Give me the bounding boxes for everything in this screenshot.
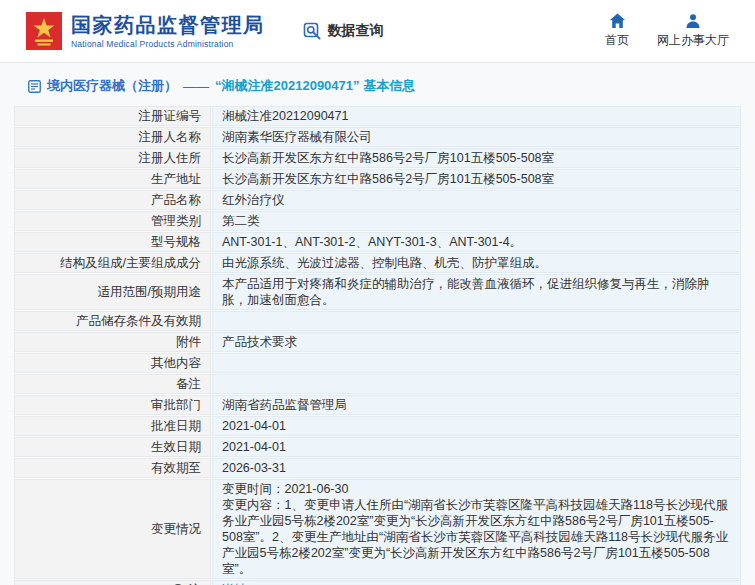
data-query-icon <box>303 22 322 41</box>
row-label: 批准日期 <box>14 416 211 436</box>
row-value: 红外治疗仪 <box>212 190 741 210</box>
agency-logo: 国家药品监督管理局 National Medical Products Admi… <box>26 12 265 50</box>
header: 国家药品监督管理局 National Medical Products Admi… <box>0 0 755 62</box>
row-value: 变更时间：2021-06-30 变更内容：1、变更申请人住所由“湖南省长沙市芙蓉… <box>212 479 741 579</box>
row-value-text: 由光源系统、光波过滤器、控制电路、机壳、防护罩组成。 <box>222 255 547 271</box>
row-label: 注册人名称 <box>14 127 211 147</box>
table-row: 审批部门湖南省药品监督管理局 <box>14 395 741 415</box>
row-value: 第二类 <box>212 211 741 231</box>
row-label: 适用范围/预期用途 <box>14 274 211 310</box>
table-row: 注册人住所长沙高新开发区东方红中路586号2号厂房101五楼505-508室 <box>14 148 741 168</box>
row-value: 湖南省药品监督管理局 <box>212 395 741 415</box>
row-label: 型号规格 <box>14 232 211 252</box>
row-value-text: 长沙高新开发区东方红中路586号2号厂房101五楼505-508室 <box>222 171 554 187</box>
agency-titles: 国家药品监督管理局 National Medical Products Admi… <box>71 13 265 49</box>
row-value: 2021-04-01 <box>212 416 741 436</box>
data-query-tab[interactable]: 数据查询 <box>303 22 384 41</box>
row-label: 生效日期 <box>14 437 211 457</box>
table-row: 附件产品技术要求 <box>14 332 741 352</box>
row-label: 产品名称 <box>14 190 211 210</box>
table-row: 注详情 <box>14 580 741 585</box>
table-row: 产品名称红外治疗仪 <box>14 190 741 210</box>
row-label: 注册人住所 <box>14 148 211 168</box>
row-label: 生产地址 <box>14 169 211 189</box>
row-label: 注册证编号 <box>14 106 211 126</box>
row-label: 结构及组成/主要组成成分 <box>14 253 211 273</box>
table-row: 管理类别第二类 <box>14 211 741 231</box>
row-label: 管理类别 <box>14 211 211 231</box>
user-icon <box>685 13 701 29</box>
table-row: 注册证编号湘械注准20212090471 <box>14 106 741 126</box>
row-label: 产品储存条件及有效期 <box>14 311 211 331</box>
row-value-text: 变更时间：2021-06-30 变更内容：1、变更申请人住所由“湖南省长沙市芙蓉… <box>222 481 731 577</box>
row-value-text: 2021-04-01 <box>222 418 286 434</box>
row-value: 产品技术要求 <box>212 332 741 352</box>
table-row: 备注 <box>14 374 741 394</box>
document-icon <box>28 80 41 93</box>
table-row: 产品储存条件及有效期 <box>14 311 741 331</box>
row-label: 变更情况 <box>14 479 211 579</box>
nav-home-label: 首页 <box>605 32 629 49</box>
table-row: 批准日期2021-04-01 <box>14 416 741 436</box>
agency-name-en: National Medical Products Administration <box>71 39 265 49</box>
national-emblem-icon <box>26 12 62 50</box>
row-label: 附件 <box>14 332 211 352</box>
table-row: 其他内容 <box>14 353 741 373</box>
table-row: 注册人名称湖南素华医疗器械有限公司 <box>14 127 741 147</box>
row-label: 注 <box>14 580 211 585</box>
nav-service-hall-label: 网上办事大厅 <box>657 32 729 49</box>
row-value-text: 湘械注准20212090471 <box>222 108 348 124</box>
row-value <box>212 353 741 373</box>
row-value-text: 湖南素华医疗器械有限公司 <box>222 129 372 145</box>
row-value: 2026-03-31 <box>212 458 741 478</box>
nav-service-hall[interactable]: 网上办事大厅 <box>657 13 729 49</box>
content-area: 境内医疗器械（注册） —— “湘械注准20212090471” 基本信息 注册证… <box>0 62 755 585</box>
row-value: 湘械注准20212090471 <box>212 106 741 126</box>
nav-home[interactable]: 首页 <box>605 13 629 49</box>
row-value: 由光源系统、光波过滤器、控制电路、机壳、防护罩组成。 <box>212 253 741 273</box>
row-value-text: 2026-03-31 <box>222 460 286 476</box>
table-row: 结构及组成/主要组成成分由光源系统、光波过滤器、控制电路、机壳、防护罩组成。 <box>14 253 741 273</box>
row-label: 备注 <box>14 374 211 394</box>
row-value: 本产品适用于对疼痛和炎症的辅助治疗，能改善血液循环，促进组织修复与再生，消除肿胀… <box>212 274 741 310</box>
row-label: 审批部门 <box>14 395 211 415</box>
table-row: 生效日期2021-04-01 <box>14 437 741 457</box>
row-value: 长沙高新开发区东方红中路586号2号厂房101五楼505-508室 <box>212 148 741 168</box>
row-value-text: 红外治疗仪 <box>222 192 285 208</box>
info-table: 注册证编号湘械注准20212090471注册人名称湖南素华医疗器械有限公司注册人… <box>14 106 741 585</box>
row-value-text: 本产品适用于对疼痛和炎症的辅助治疗，能改善血液循环，促进组织修复与再生，消除肿胀… <box>222 276 731 308</box>
table-row: 生产地址长沙高新开发区东方红中路586号2号厂房101五楼505-508室 <box>14 169 741 189</box>
row-value: 详情 <box>212 580 741 585</box>
data-query-label: 数据查询 <box>328 22 384 40</box>
row-value: 2021-04-01 <box>212 437 741 457</box>
agency-name-cn: 国家药品监督管理局 <box>71 13 265 37</box>
table-row: 适用范围/预期用途本产品适用于对疼痛和炎症的辅助治疗，能改善血液循环，促进组织修… <box>14 274 741 310</box>
breadcrumb: 境内医疗器械（注册） —— “湘械注准20212090471” 基本信息 <box>14 63 741 106</box>
row-value <box>212 374 741 394</box>
breadcrumb-page-title: “湘械注准20212090471” 基本信息 <box>215 77 415 95</box>
table-row: 型号规格ANT-301-1、ANT-301-2、ANYT-301-3、ANT-3… <box>14 232 741 252</box>
row-value <box>212 311 741 331</box>
row-value-text: ANT-301-1、ANT-301-2、ANYT-301-3、ANT-301-4… <box>222 234 522 250</box>
row-value-text: 湖南省药品监督管理局 <box>222 397 347 413</box>
row-value: ANT-301-1、ANT-301-2、ANYT-301-3、ANT-301-4… <box>212 232 741 252</box>
row-label: 其他内容 <box>14 353 211 373</box>
top-nav: 首页 网上办事大厅 <box>605 13 729 49</box>
table-row: 有效期至2026-03-31 <box>14 458 741 478</box>
row-label: 有效期至 <box>14 458 211 478</box>
row-value: 湖南素华医疗器械有限公司 <box>212 127 741 147</box>
row-value: 长沙高新开发区东方红中路586号2号厂房101五楼505-508室 <box>212 169 741 189</box>
row-value-text: 产品技术要求 <box>222 334 297 350</box>
breadcrumb-separator: —— <box>183 79 209 94</box>
breadcrumb-category[interactable]: 境内医疗器械（注册） <box>47 77 177 95</box>
row-value-text: 长沙高新开发区东方红中路586号2号厂房101五楼505-508室 <box>222 150 554 166</box>
row-value-text: 2021-04-01 <box>222 439 286 455</box>
table-row: 变更情况变更时间：2021-06-30 变更内容：1、变更申请人住所由“湖南省长… <box>14 479 741 579</box>
row-value-text: 第二类 <box>222 213 260 229</box>
home-icon <box>609 13 626 29</box>
